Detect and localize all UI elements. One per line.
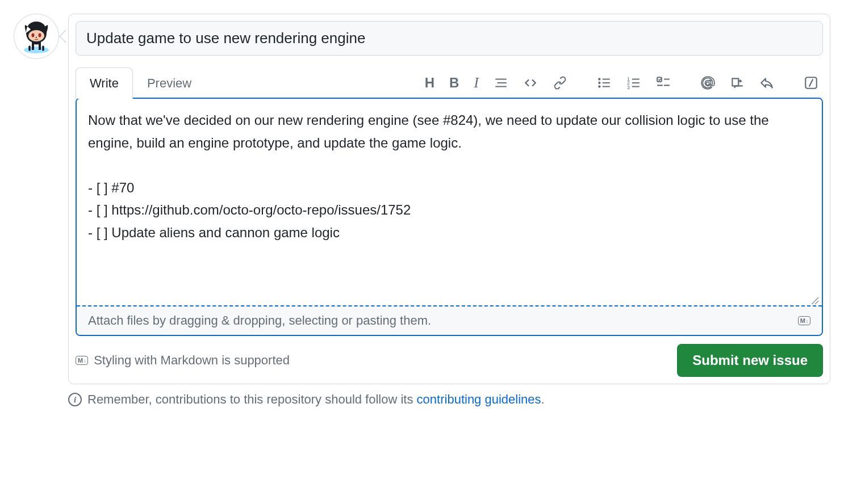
octocat-icon bbox=[18, 18, 55, 54]
attach-files-bar[interactable]: Attach files by dragging & dropping, sel… bbox=[77, 305, 822, 335]
markdown-toolbar: H B I bbox=[423, 72, 823, 94]
reply-icon bbox=[759, 75, 774, 90]
mention-button[interactable] bbox=[698, 73, 717, 93]
task-list-icon bbox=[656, 75, 671, 90]
svg-point-2 bbox=[32, 33, 35, 37]
code-icon bbox=[523, 75, 538, 90]
issue-form-box: Write Preview H B I bbox=[68, 14, 830, 384]
ordered-list-icon: 123 bbox=[626, 75, 641, 90]
avatar-column bbox=[14, 14, 59, 59]
contributing-info-row: i Remember, contributions to this reposi… bbox=[68, 392, 830, 407]
markdown-supported-hint[interactable]: M↓ Styling with Markdown is supported bbox=[76, 353, 290, 368]
editor-tabs-row: Write Preview H B I bbox=[76, 67, 823, 98]
heading-button[interactable]: H bbox=[423, 73, 437, 93]
quote-icon bbox=[494, 75, 508, 90]
contributing-guidelines-link[interactable]: contributing guidelines bbox=[417, 392, 541, 406]
svg-point-7 bbox=[598, 85, 600, 87]
submit-new-issue-button[interactable]: Submit new issue bbox=[677, 344, 823, 377]
contributing-info-text: Remember, contributions to this reposito… bbox=[87, 392, 545, 407]
svg-point-6 bbox=[598, 81, 600, 83]
unordered-list-button[interactable] bbox=[595, 73, 614, 93]
markdown-badge-icon: M↓ bbox=[76, 356, 88, 365]
svg-text:3: 3 bbox=[627, 84, 630, 90]
issue-form-container: Write Preview H B I bbox=[14, 14, 830, 407]
link-button[interactable] bbox=[550, 73, 570, 93]
editor-wrapper: Attach files by dragging & dropping, sel… bbox=[76, 98, 823, 336]
styling-hint-text: Styling with Markdown is supported bbox=[94, 353, 290, 368]
tab-write[interactable]: Write bbox=[76, 68, 133, 99]
tab-preview[interactable]: Preview bbox=[133, 68, 206, 99]
mention-icon bbox=[700, 75, 715, 90]
ordered-list-button[interactable]: 123 bbox=[624, 73, 644, 93]
editor-tabs: Write Preview bbox=[76, 67, 206, 98]
slash-icon bbox=[804, 75, 818, 90]
speech-bubble-caret bbox=[59, 30, 66, 43]
attach-hint-text: Attach files by dragging & dropping, sel… bbox=[88, 313, 431, 328]
info-icon: i bbox=[68, 393, 82, 406]
code-button[interactable] bbox=[521, 73, 540, 93]
cross-reference-button[interactable] bbox=[728, 73, 747, 93]
issue-body-textarea[interactable] bbox=[77, 99, 822, 303]
svg-point-4 bbox=[36, 37, 37, 38]
svg-point-0 bbox=[24, 47, 49, 53]
slash-commands-button[interactable] bbox=[801, 73, 821, 93]
user-avatar[interactable] bbox=[14, 14, 59, 59]
saved-reply-button[interactable] bbox=[757, 73, 776, 93]
task-list-button[interactable] bbox=[654, 73, 673, 93]
bold-button[interactable]: B bbox=[447, 73, 461, 93]
italic-button[interactable]: I bbox=[471, 72, 481, 94]
unordered-list-icon bbox=[597, 75, 612, 90]
markdown-badge-icon[interactable]: M↓ bbox=[798, 316, 810, 325]
form-footer-row: M↓ Styling with Markdown is supported Su… bbox=[76, 344, 823, 377]
svg-point-3 bbox=[39, 33, 41, 37]
quote-button[interactable] bbox=[491, 73, 511, 93]
cross-reference-icon bbox=[730, 75, 745, 90]
issue-title-input[interactable] bbox=[76, 21, 823, 56]
svg-point-5 bbox=[598, 78, 600, 80]
link-icon bbox=[553, 75, 567, 90]
